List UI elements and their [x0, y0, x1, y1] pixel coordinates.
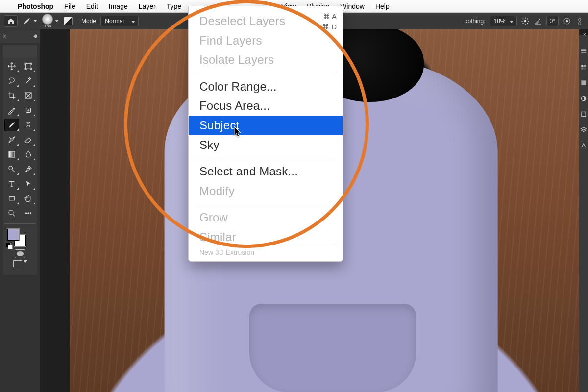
color-swatches[interactable] — [4, 228, 36, 247]
brush-angle-field[interactable]: 0° — [546, 16, 559, 26]
shortcut-label: ⌘ A — [322, 11, 337, 22]
blend-mode-dropdown[interactable]: Normal — [100, 16, 139, 26]
svg-rect-18 — [581, 68, 583, 70]
pressure-size-icon[interactable] — [563, 17, 571, 25]
svg-point-12 — [28, 213, 29, 214]
hand-tool[interactable] — [21, 192, 36, 205]
smoothing-dropdown[interactable]: 10% — [490, 16, 517, 26]
svg-rect-22 — [582, 112, 586, 116]
svg-rect-15 — [581, 52, 587, 53]
tool-preset-picker[interactable] — [23, 17, 37, 25]
lasso-tool[interactable] — [4, 74, 19, 87]
collapsed-panel-tab[interactable] — [3, 45, 37, 58]
menu-item-new-3d-extrusion: New 3D Extrusion — [189, 245, 343, 257]
gradients-panel-icon[interactable] — [580, 79, 587, 86]
artboard-tool[interactable] — [21, 60, 36, 73]
chevron-down-icon — [55, 20, 59, 22]
home-button[interactable] — [4, 15, 18, 27]
rectangle-tool[interactable] — [4, 192, 19, 205]
path-select-tool[interactable] — [21, 177, 36, 190]
menu-item-grow: Grow — [189, 208, 343, 227]
menu-window[interactable]: Window — [340, 2, 365, 10]
menu-item-modify: Modify — [189, 181, 343, 201]
zoom-tool[interactable] — [4, 207, 19, 220]
crop-tool[interactable] — [4, 89, 19, 102]
angle-icon — [534, 17, 542, 25]
brush-size-label: 154 — [44, 24, 51, 28]
menu-image[interactable]: Image — [109, 2, 128, 10]
menu-item-color-range[interactable]: Color Range... — [189, 77, 343, 97]
svg-rect-3 — [26, 64, 31, 69]
chevron-down-icon — [510, 21, 514, 23]
color-panel-icon[interactable] — [580, 48, 587, 55]
eyedropper-tool[interactable] — [4, 104, 19, 117]
gear-icon[interactable] — [521, 17, 530, 25]
pen-tool[interactable] — [21, 163, 36, 175]
symmetry-icon[interactable] — [575, 17, 584, 25]
close-icon[interactable]: × — [3, 33, 6, 40]
right-panel-dock — [579, 35, 588, 392]
panel-header[interactable]: × — [0, 29, 40, 43]
screen-mode-switch[interactable] — [4, 260, 36, 267]
menu-item-isolate-layers: Isolate Layers — [189, 50, 343, 70]
brush-angle-value: 0° — [550, 18, 555, 24]
spot-heal-tool[interactable] — [21, 104, 36, 117]
adjustments-panel-icon[interactable] — [580, 95, 587, 102]
menu-layer[interactable]: Layer — [139, 2, 156, 10]
menu-item-select-and-mask[interactable]: Select and Mask... — [189, 162, 343, 181]
tools-panel — [3, 58, 37, 275]
clone-stamp-tool[interactable] — [21, 119, 36, 131]
foreground-color-swatch[interactable] — [7, 229, 19, 241]
menu-separator — [196, 73, 336, 74]
menu-separator — [196, 158, 336, 158]
collapse-icon[interactable] — [34, 34, 37, 38]
type-tool[interactable] — [4, 177, 19, 190]
eraser-tool[interactable] — [21, 133, 36, 146]
menu-file[interactable]: File — [64, 2, 75, 10]
svg-point-13 — [30, 213, 31, 214]
channels-panel-icon[interactable] — [580, 142, 587, 149]
app-name[interactable]: Photoshop — [18, 2, 53, 10]
swatches-panel-icon[interactable] — [580, 64, 587, 71]
brush-panel-toggle-icon[interactable] — [64, 17, 73, 25]
close-icon[interactable]: × — [583, 31, 586, 37]
svg-rect-14 — [581, 50, 587, 51]
svg-point-11 — [25, 213, 26, 214]
menu-edit[interactable]: Edit — [86, 2, 98, 10]
smoothing-label: oothing: — [465, 18, 486, 24]
menu-item-subject[interactable]: Subject — [189, 116, 343, 135]
menu-item-deselect-layers: Deselect Layers — [189, 11, 343, 31]
edit-toolbar[interactable] — [21, 207, 36, 220]
svg-point-0 — [524, 20, 526, 22]
dodge-tool[interactable] — [4, 163, 19, 175]
magic-wand-tool[interactable] — [21, 74, 36, 87]
blur-tool[interactable] — [21, 148, 36, 161]
menu-help[interactable]: Help — [375, 2, 390, 10]
layers-panel-icon[interactable] — [580, 126, 587, 133]
default-colors-icon[interactable] — [6, 243, 12, 248]
gradient-tool[interactable] — [4, 148, 19, 161]
quick-mask-toggle[interactable] — [15, 249, 25, 258]
chevron-down-icon — [24, 260, 27, 263]
svg-rect-19 — [584, 68, 586, 70]
svg-point-10 — [9, 210, 13, 215]
svg-point-8 — [28, 168, 29, 169]
frame-tool[interactable] — [21, 89, 36, 102]
canvas-image — [249, 304, 416, 392]
history-brush-tool[interactable] — [4, 133, 19, 146]
libraries-panel-icon[interactable] — [580, 111, 587, 118]
menu-item-focus-area[interactable]: Focus Area... — [189, 96, 343, 116]
shortcut-label: ⌘ D — [322, 22, 337, 32]
brush-preset-picker[interactable]: 154 — [42, 14, 59, 28]
svg-point-2 — [566, 20, 568, 22]
menu-type[interactable]: Type — [167, 2, 181, 10]
menu-item-similar: Similar — [189, 227, 343, 242]
svg-rect-20 — [581, 80, 586, 85]
menu-item-sky[interactable]: Sky — [189, 135, 343, 155]
move-tool[interactable] — [4, 60, 19, 73]
menu-item-find-layers: Find Layers — [189, 31, 343, 50]
select-menu-dropdown: ⌘ A ⌘ D Deselect Layers Find Layers Isol… — [188, 6, 343, 262]
svg-point-7 — [9, 166, 13, 170]
brush-preview-icon — [42, 14, 53, 24]
brush-tool[interactable] — [4, 119, 19, 131]
